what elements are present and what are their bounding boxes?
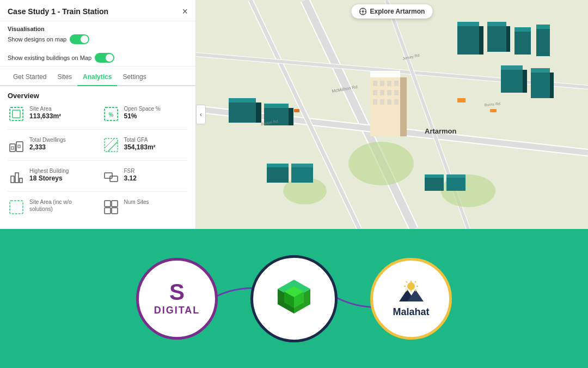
fsr-label: FSR xyxy=(124,167,137,174)
metrics-grid: Site Area 113,633m² % Open Space % 51 xyxy=(8,105,188,216)
svg-rect-59 xyxy=(380,90,384,95)
toggle2-label: Show existing buildings on Map xyxy=(8,55,91,61)
visualisation-section: Visualisation Show designs on map Show e… xyxy=(0,21,195,67)
svg-rect-86 xyxy=(457,98,465,102)
svg-rect-63 xyxy=(380,99,384,105)
svg-text:%: % xyxy=(108,112,113,118)
metric-gfa: Total GFA 354,183m² xyxy=(102,136,188,154)
svg-text:Artarmon: Artarmon xyxy=(425,127,457,135)
metric-num-sites: Num Sites xyxy=(102,198,188,216)
svg-point-22 xyxy=(362,10,364,13)
metric-text-site-area: Site Area 113,633m² xyxy=(29,105,61,120)
svg-rect-62 xyxy=(373,99,377,105)
logo-nexus xyxy=(250,255,338,342)
digital-logo-content: S DIGITAL xyxy=(154,281,200,316)
svg-rect-58 xyxy=(373,90,377,95)
metric-fsr: FSR 3.12 xyxy=(102,167,188,185)
digital-letter: S xyxy=(169,281,185,304)
svg-rect-64 xyxy=(387,99,391,105)
sidebar-title: Case Study 1 - Train Station xyxy=(8,7,108,16)
metric-open-space: % Open Space % 51% xyxy=(102,105,188,123)
toggle-row-2: Show existing buildings on Map xyxy=(8,53,114,63)
svg-point-104 xyxy=(407,282,415,290)
metric-site-area-inc: Site Area (inc w/o solutions) xyxy=(8,198,94,216)
svg-point-38 xyxy=(348,142,414,185)
metric-text-num-sites: Num Sites xyxy=(124,198,149,206)
svg-rect-15 xyxy=(110,176,118,182)
svg-line-109 xyxy=(406,281,407,282)
metric-divider-3 xyxy=(8,191,188,192)
explore-button[interactable]: Explore Artarmon xyxy=(352,4,433,19)
svg-rect-11 xyxy=(11,176,14,183)
tab-get-started[interactable]: Get Started xyxy=(8,69,52,86)
metric-text-site-area-inc: Site Area (inc w/o solutions) xyxy=(29,198,94,213)
svg-rect-77 xyxy=(550,73,554,98)
tab-settings[interactable]: Settings xyxy=(117,69,151,86)
svg-rect-7 xyxy=(18,145,20,148)
svg-rect-87 xyxy=(490,109,497,112)
svg-rect-17 xyxy=(105,201,111,207)
overview-title: Overview xyxy=(8,92,188,100)
svg-rect-88 xyxy=(294,109,299,112)
svg-rect-14 xyxy=(105,173,112,178)
highest-label: Highest Building xyxy=(29,167,69,174)
bottom-section: S DIGITAL xyxy=(0,229,588,368)
tab-analytics[interactable]: Analytics xyxy=(77,69,117,86)
svg-rect-68 xyxy=(256,102,261,123)
nexus-logo-content xyxy=(270,274,318,323)
svg-rect-55 xyxy=(380,81,384,86)
svg-rect-20 xyxy=(112,208,118,214)
svg-rect-50 xyxy=(536,25,550,29)
gfa-icon xyxy=(102,136,120,154)
svg-rect-13 xyxy=(20,178,22,183)
svg-rect-43 xyxy=(479,26,483,55)
toggle1-label: Show designs on map xyxy=(8,36,66,43)
toggle-row-1: Show designs on map xyxy=(8,34,89,44)
fsr-icon xyxy=(102,167,120,185)
svg-rect-0 xyxy=(10,107,23,120)
svg-rect-75 xyxy=(531,68,550,98)
malahat-sun-icon xyxy=(396,280,426,304)
metric-divider-2 xyxy=(8,160,188,161)
tab-sites[interactable]: Sites xyxy=(52,69,77,86)
svg-rect-83 xyxy=(425,174,444,178)
digital-text: DIGITAL xyxy=(154,305,200,316)
svg-rect-6 xyxy=(11,147,14,149)
logo-digital: S DIGITAL xyxy=(136,258,218,340)
svg-rect-65 xyxy=(394,99,399,105)
top-section: Case Study 1 - Train Station × Visualisa… xyxy=(0,0,588,229)
open-space-label: Open Space % xyxy=(124,105,161,112)
malahat-text: Malahat xyxy=(393,306,429,318)
svg-rect-74 xyxy=(523,70,527,93)
metric-text-highest: Highest Building 18 Storeys xyxy=(29,167,69,182)
tabs: Get Started Sites Analytics Settings xyxy=(0,69,195,86)
svg-rect-73 xyxy=(501,65,523,70)
dwellings-value: 2,333 xyxy=(29,143,66,151)
toggle-existing[interactable] xyxy=(95,53,114,63)
svg-rect-52 xyxy=(370,71,400,77)
explore-label: Explore Artarmon xyxy=(370,8,425,15)
vis-label: Visualisation xyxy=(8,26,188,32)
site-area-label: Site Area xyxy=(29,105,61,112)
svg-rect-42 xyxy=(457,22,479,26)
site-area-inc-label: Site Area (inc w/o solutions) xyxy=(29,198,94,213)
metric-text-gfa: Total GFA 354,183m² xyxy=(124,136,156,151)
metric-highest-building: Highest Building 18 Storeys xyxy=(8,167,94,185)
metric-dwellings: Total Dwellings 2,333 xyxy=(8,136,94,154)
toggle-designs[interactable] xyxy=(70,34,89,44)
num-sites-label: Num Sites xyxy=(124,198,149,206)
svg-rect-18 xyxy=(112,201,118,207)
map-chevron[interactable]: ‹ xyxy=(196,105,206,124)
map-area[interactable]: Explore Artarmon ‹ xyxy=(196,0,588,229)
svg-rect-12 xyxy=(15,173,19,183)
open-space-icon: % xyxy=(102,105,120,123)
svg-rect-60 xyxy=(387,90,391,95)
site-area-value: 113,633m² xyxy=(29,112,61,120)
svg-rect-53 xyxy=(400,77,407,136)
svg-rect-54 xyxy=(373,81,377,86)
svg-rect-76 xyxy=(531,68,550,73)
explore-icon xyxy=(359,8,367,15)
map-svg: Artarmon McMahon Rd Barton Rd Burns Rd J… xyxy=(196,0,588,229)
close-button[interactable]: × xyxy=(182,7,188,16)
vis-toggles: Show designs on map Show existing buildi… xyxy=(8,34,188,63)
